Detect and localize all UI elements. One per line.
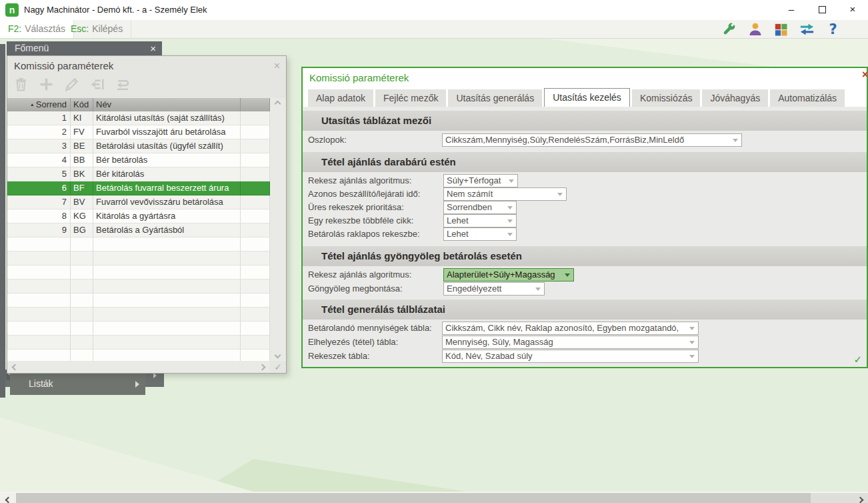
help-icon[interactable]: ? bbox=[825, 21, 841, 38]
scrollbar-thumb[interactable] bbox=[16, 493, 811, 503]
tab-fejlec-mezok[interactable]: Fejléc mezők bbox=[375, 89, 446, 107]
chevron-down-icon bbox=[733, 139, 738, 142]
column-header-sorrend[interactable]: ▲Sorrend bbox=[7, 98, 71, 111]
section-header-tetel-ajanlas-darabaru: Tétel ajánlás darabárú estén bbox=[303, 152, 867, 172]
cell-nev: Fuvarból visszajött áru betárolása bbox=[93, 125, 241, 139]
add-icon[interactable] bbox=[38, 76, 55, 93]
cell-nev: Kitárolási utasítás (saját szállítás) bbox=[93, 111, 241, 125]
komissio-parameterek-window: Komissió paraméterek × ▲Sorrend Kód Név … bbox=[7, 55, 287, 374]
table-row-empty bbox=[7, 336, 270, 350]
cell-extra bbox=[241, 167, 270, 181]
cell-sorrend: 8 bbox=[7, 209, 71, 223]
apps-grid-icon[interactable] bbox=[773, 21, 789, 38]
table-row[interactable]: 5 BK Bér kitárolás bbox=[7, 167, 270, 181]
menu-item-listak[interactable]: Listák bbox=[10, 372, 145, 395]
table-row[interactable]: 3 BE Betárolási utasítás (ügyfél szállít… bbox=[7, 139, 270, 153]
section-header-tetel-ajanlas-gyongyoleg: Tétel ajánlás gyöngyöleg betárolás eseté… bbox=[303, 246, 867, 266]
cell-kod: KG bbox=[71, 209, 93, 223]
gongyoleg-megbontasa-dropdown[interactable]: Engedélyezett bbox=[443, 282, 545, 296]
panel-content: Utasítás táblázat mezői Oszlopok: Cikksz… bbox=[303, 107, 867, 367]
oszlopok-dropdown[interactable]: Cikkszám,Mennyiség,Súly,RendelésSzám,For… bbox=[442, 133, 742, 147]
maximize-icon bbox=[819, 6, 826, 13]
scroll-left-icon[interactable] bbox=[12, 364, 19, 371]
tab-utasitas-generalas[interactable]: Utasítás generálás bbox=[448, 89, 542, 107]
panel-close-icon[interactable]: × bbox=[862, 69, 868, 81]
scroll-right-icon[interactable] bbox=[259, 364, 266, 371]
settings-wrench-icon[interactable] bbox=[721, 21, 737, 38]
table-row-empty bbox=[7, 322, 270, 336]
window-title: Nagy Machinátor - Demó kft. - a - Személ… bbox=[24, 0, 207, 20]
maximize-button[interactable] bbox=[807, 0, 837, 20]
rekesz-ajanlas-algoritmus-dropdown[interactable]: Súly+Térfogat bbox=[443, 174, 518, 187]
tab-komissiozas[interactable]: Komissiózás bbox=[632, 89, 701, 107]
scroll-left-button[interactable] bbox=[0, 493, 16, 503]
table-row[interactable]: 1 KI Kitárolási utasítás (saját szállítá… bbox=[7, 111, 270, 125]
fomenu-close-icon[interactable]: × bbox=[150, 41, 156, 55]
field-label: Göngyöleg megbontása: bbox=[308, 282, 403, 296]
cell-extra bbox=[241, 223, 270, 237]
egy-rekeszbe-tobbfele-cikk-dropdown[interactable]: Lehet bbox=[443, 214, 517, 227]
cell-extra bbox=[241, 195, 270, 209]
cell-sorrend: 7 bbox=[7, 195, 71, 209]
delete-icon[interactable] bbox=[13, 76, 29, 93]
table-row[interactable]: 9 BG Betárolás a Gyártásból bbox=[7, 223, 270, 237]
menu-item-esc-kilepes[interactable]: Esc:Kilépés bbox=[63, 20, 131, 38]
gyongyoleg-rekesz-ajanlas-algoritmus-dropdown[interactable]: Alapterület+Súly+Magasság bbox=[443, 268, 574, 282]
betarolando-mennyisegek-tabla-dropdown[interactable]: Cikkszám, Cikk név, Raklap azonosító, Eg… bbox=[442, 322, 699, 335]
user-icon[interactable] bbox=[747, 21, 763, 38]
cell-nev: Betárolás fuvarral beszerzett árura bbox=[93, 181, 241, 195]
table-row-empty bbox=[7, 266, 270, 280]
cell-extra bbox=[241, 111, 270, 125]
minimize-button[interactable]: – bbox=[776, 0, 807, 20]
left-window-close-icon[interactable]: × bbox=[274, 57, 280, 75]
confirm-check-icon[interactable]: ✓ bbox=[270, 361, 286, 373]
section-header-utasitas-tablazat-mezoi: Utasítás táblázat mezői bbox=[303, 111, 867, 131]
panel-confirm-check-icon[interactable]: ✓ bbox=[853, 354, 862, 366]
scroll-up-icon[interactable] bbox=[275, 101, 281, 107]
close-button[interactable]: × bbox=[837, 0, 868, 20]
elhelyezes-tetel-tabla-dropdown[interactable]: Mennyiség, Súly, Magasság bbox=[442, 336, 699, 349]
tab-jovahagyas[interactable]: Jóváhagyás bbox=[702, 89, 768, 107]
scroll-left-icon bbox=[5, 497, 11, 503]
tab-alap-adatok[interactable]: Alap adatok bbox=[308, 89, 373, 107]
cell-kod: KI bbox=[71, 111, 93, 125]
table-row[interactable]: 8 KG Kitárolás a gyártásra bbox=[7, 209, 270, 223]
table-row[interactable]: 4 BB Bér betárolás bbox=[7, 153, 270, 167]
tab-automatizalas[interactable]: Automatizálás bbox=[770, 89, 845, 107]
scroll-right-button[interactable] bbox=[852, 493, 868, 503]
f2-label: Választás bbox=[25, 23, 65, 34]
chevron-down-icon bbox=[507, 219, 513, 223]
azonos-beszallito-lejarati-ido-dropdown[interactable]: Nem számít bbox=[443, 187, 567, 201]
table-header: ▲Sorrend Kód Név bbox=[7, 98, 270, 111]
cell-nev: Bér betárolás bbox=[93, 153, 241, 167]
cell-extra bbox=[241, 209, 270, 223]
cell-sorrend: 1 bbox=[7, 111, 71, 125]
column-header-kod[interactable]: Kód bbox=[71, 98, 93, 111]
submenu-arrow-icon bbox=[153, 373, 157, 378]
scroll-down-icon[interactable] bbox=[275, 352, 281, 359]
table-row-empty bbox=[7, 237, 270, 252]
vertical-scrollbar[interactable] bbox=[270, 98, 286, 361]
fomenu-window-edge bbox=[0, 44, 5, 398]
table-row-selected[interactable]: 6 BF Betárolás fuvarral beszerzett árura bbox=[7, 181, 270, 195]
move-in-icon[interactable] bbox=[89, 76, 105, 93]
tab-fomenu[interactable]: Főmenü × bbox=[7, 41, 162, 55]
listak-label: Listák bbox=[29, 378, 53, 389]
betarolas-raklapos-rekeszbe-dropdown[interactable]: Lehet bbox=[443, 227, 517, 241]
app-horizontal-scrollbar[interactable] bbox=[0, 492, 868, 503]
table-row[interactable]: 2 FV Fuvarból visszajött áru betárolása bbox=[7, 125, 270, 139]
panel-header: Komissió paraméterek × bbox=[303, 68, 867, 88]
table-row[interactable]: 7 BV Fuvarról vevővisszáru betárolása bbox=[7, 195, 270, 209]
field-label: Rekeszek tábla: bbox=[308, 350, 370, 363]
edit-pencil-icon[interactable] bbox=[63, 76, 80, 93]
chevron-down-icon bbox=[689, 327, 695, 330]
ures-rekeszek-prioritasa-dropdown[interactable]: Sorrendben bbox=[443, 201, 517, 214]
rekeszek-tabla-dropdown[interactable]: Kód, Név, Szabad súly bbox=[442, 350, 699, 363]
horizontal-scrollbar[interactable] bbox=[7, 361, 270, 373]
transfer-arrows-icon[interactable] bbox=[799, 21, 815, 38]
f2-key-label: F2: bbox=[8, 23, 21, 34]
column-header-nev[interactable]: Név bbox=[93, 98, 241, 111]
tab-utasitas-kezeles[interactable]: Utasítás kezelés bbox=[544, 88, 630, 107]
left-window-title: Komissió paraméterek bbox=[14, 57, 113, 75]
reorder-icon[interactable] bbox=[114, 76, 131, 93]
